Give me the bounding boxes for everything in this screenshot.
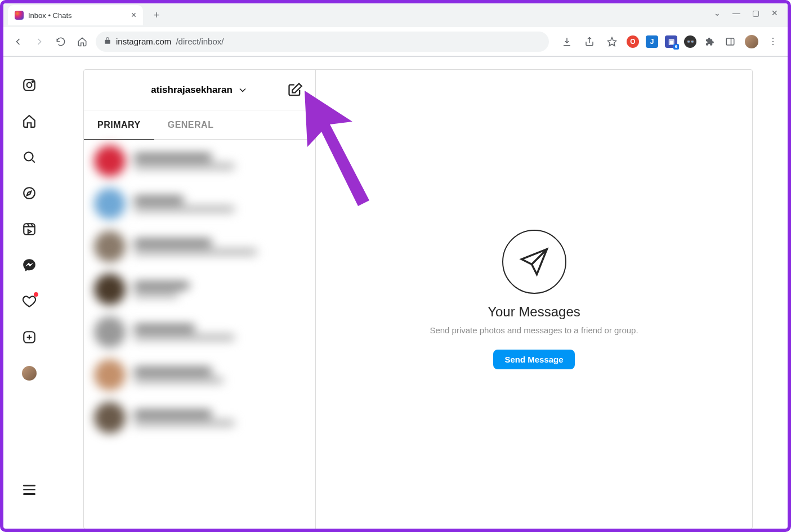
extension-bookmark-icon[interactable]: ▣ bbox=[665, 35, 677, 48]
profile-avatar-icon[interactable] bbox=[745, 35, 758, 48]
more-menu-icon[interactable] bbox=[21, 482, 37, 498]
back-button[interactable] bbox=[10, 34, 26, 50]
chat-list[interactable] bbox=[84, 140, 315, 529]
instagram-logo-icon[interactable] bbox=[21, 77, 37, 93]
url-domain: instagram.com bbox=[116, 37, 171, 46]
svg-point-5 bbox=[24, 187, 35, 199]
notifications-icon[interactable] bbox=[21, 293, 37, 309]
svg-point-2 bbox=[27, 83, 32, 88]
star-icon[interactable] bbox=[604, 34, 620, 50]
home-icon[interactable] bbox=[21, 113, 37, 129]
url-path: /direct/inbox/ bbox=[176, 37, 224, 46]
maximize-icon[interactable]: ▢ bbox=[750, 8, 761, 18]
new-tab-button[interactable]: + bbox=[149, 7, 164, 23]
new-message-button[interactable] bbox=[287, 82, 303, 100]
browser-chrome: Inbox • Chats × + ⌄ — ▢ ✕ instagram.com/… bbox=[3, 3, 788, 57]
tab-title: Inbox • Chats bbox=[28, 11, 72, 20]
menu-icon[interactable]: ⋮ bbox=[765, 34, 781, 50]
share-icon[interactable] bbox=[582, 34, 597, 50]
list-item bbox=[84, 140, 315, 182]
tab-strip: Inbox • Chats × + ⌄ — ▢ ✕ bbox=[3, 3, 788, 27]
search-icon[interactable] bbox=[21, 149, 37, 165]
address-bar: instagram.com/direct/inbox/ O J ▣ 👓 ⋮ bbox=[3, 27, 788, 56]
inbox-header: atishrajasekharan bbox=[84, 70, 315, 110]
page-content: atishrajasekharan PRIMARY GENERAL bbox=[3, 57, 788, 529]
list-item bbox=[84, 311, 315, 354]
download-icon[interactable] bbox=[559, 34, 575, 50]
empty-subtitle: Send private photos and messages to a fr… bbox=[430, 325, 638, 335]
tab-primary[interactable]: PRIMARY bbox=[84, 110, 154, 140]
send-message-button[interactable]: Send Message bbox=[493, 350, 574, 369]
lock-icon bbox=[104, 37, 111, 46]
extensions-icon[interactable] bbox=[703, 35, 716, 48]
close-icon[interactable]: ✕ bbox=[770, 8, 780, 18]
svg-point-3 bbox=[32, 81, 33, 82]
url-field[interactable]: instagram.com/direct/inbox/ bbox=[96, 32, 549, 52]
main-area: atishrajasekharan PRIMARY GENERAL bbox=[55, 57, 788, 529]
chevron-down-icon[interactable]: ⌄ bbox=[712, 8, 722, 18]
minimize-icon[interactable]: — bbox=[731, 8, 741, 18]
svg-rect-0 bbox=[726, 38, 734, 45]
reload-button[interactable] bbox=[53, 34, 69, 50]
window-controls: ⌄ — ▢ ✕ bbox=[712, 8, 780, 18]
empty-title: Your Messages bbox=[488, 304, 580, 320]
paper-plane-icon bbox=[502, 230, 566, 294]
side-panel-icon[interactable] bbox=[722, 34, 738, 50]
toolbar-icons: O J ▣ 👓 ⋮ bbox=[559, 34, 781, 50]
explore-icon[interactable] bbox=[21, 185, 37, 201]
extension-j-icon[interactable]: J bbox=[646, 35, 658, 48]
tab-general[interactable]: GENERAL bbox=[154, 110, 227, 139]
extension-goggles-icon[interactable]: 👓 bbox=[684, 35, 696, 48]
list-item bbox=[84, 182, 315, 225]
chevron-down-icon bbox=[237, 84, 248, 96]
inbox-empty-state: Your Messages Send private photos and me… bbox=[316, 70, 752, 529]
create-icon[interactable] bbox=[21, 329, 37, 345]
account-name: atishrajasekharan bbox=[151, 84, 233, 96]
list-item bbox=[84, 396, 315, 439]
list-item bbox=[84, 268, 315, 311]
inbox-left-pane: atishrajasekharan PRIMARY GENERAL bbox=[84, 70, 316, 529]
forward-button[interactable] bbox=[32, 34, 47, 50]
extension-opera-icon[interactable]: O bbox=[627, 35, 639, 48]
instagram-favicon-icon bbox=[15, 11, 24, 20]
inbox-tabs: PRIMARY GENERAL bbox=[84, 110, 315, 140]
instagram-sidebar bbox=[3, 57, 55, 529]
profile-icon[interactable] bbox=[21, 365, 37, 381]
list-item bbox=[84, 354, 315, 396]
svg-point-4 bbox=[24, 152, 33, 160]
inbox-panel: atishrajasekharan PRIMARY GENERAL bbox=[83, 69, 753, 529]
compose-icon bbox=[287, 82, 303, 98]
list-item bbox=[84, 225, 315, 268]
tab-close-icon[interactable]: × bbox=[131, 10, 136, 20]
browser-tab[interactable]: Inbox • Chats × bbox=[8, 5, 143, 25]
account-switcher[interactable]: atishrajasekharan bbox=[151, 84, 248, 96]
messages-icon[interactable] bbox=[21, 257, 37, 273]
reels-icon[interactable] bbox=[21, 221, 37, 237]
home-button[interactable] bbox=[74, 34, 90, 50]
